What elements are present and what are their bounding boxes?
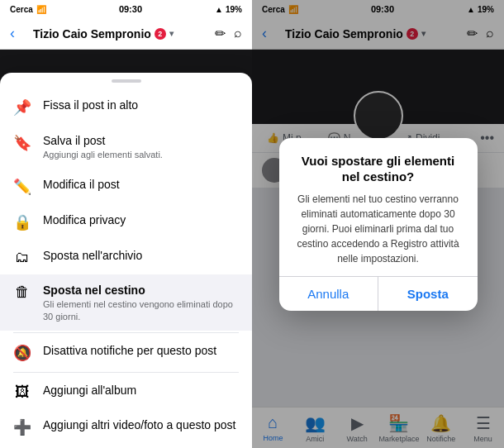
edit-post-label: Modifica il post [43,177,239,192]
privacy-icon: 🔒 [13,213,31,231]
sheet-item-notifications[interactable]: 🔕 Disattiva notifiche per questo post [0,335,252,370]
dialog-overlay: Vuoi spostare gli elementi nel cestino? … [252,0,504,448]
left-panel: Cerca 📶 09:30 ▲ 19% ‹ Tizio Caio Sempron… [0,0,252,448]
sheet-item-privacy[interactable]: 🔒 Modifica privacy [0,204,252,240]
trash-label: Sposta nel cestino [43,283,239,298]
dialog-actions: Annulla Sposta [279,276,478,311]
sheet-item-pin[interactable]: 📌 Fissa il post in alto [0,89,252,125]
notifications-label: Disattiva notifiche per questo post [43,343,239,358]
sheet-divider-2 [13,372,239,373]
pin-icon: 📌 [13,98,31,117]
battery-left: 19% [226,5,242,14]
addmedia-icon: ➕ [13,418,31,436]
sheet-handle [112,79,141,83]
search-icon-left[interactable]: ⌕ [234,26,242,41]
trash-icon: 🗑 [13,284,31,301]
carrier-left: Cerca [10,5,33,14]
signal-icon-left: ▲ [215,5,223,14]
confirm-dialog: Vuoi spostare gli elementi nel cestino? … [279,138,478,311]
right-panel: Cerca 📶 09:30 ▲ 19% ‹ Tizio Caio Sempron… [252,0,504,448]
trash-sublabel: Gli elementi nel cestino vengono elimina… [43,298,239,322]
nav-title-left: Tizio Caio Sempronio 2 ▾ [33,27,208,41]
addmedia-label: Aggiungi altri video/foto a questo post [43,417,239,432]
nav-bar-left: ‹ Tizio Caio Sempronio 2 ▾ ✏ ⌕ [0,18,252,50]
nav-icons-left: ✏ ⌕ [215,26,242,41]
edit-icon-left[interactable]: ✏ [215,26,226,41]
sheet-divider [13,332,239,333]
sheet-item-album[interactable]: 🖼 Aggiungi all'album [0,374,252,409]
dialog-title: Vuoi spostare gli elementi nel cestino? [292,153,464,185]
album-icon: 🖼 [13,384,31,401]
sheet-item-trash[interactable]: 🗑 Sposta nel cestino Gli elementi nel ce… [0,274,252,331]
privacy-label: Modifica privacy [43,212,239,227]
album-label: Aggiungi all'album [43,383,239,398]
time-left: 09:30 [119,4,142,14]
contact-name-left: Tizio Caio Sempronio [33,27,151,41]
archive-icon: 🗂 [13,249,31,266]
mute-icon: 🔕 [13,344,31,362]
status-bar-left: Cerca 📶 09:30 ▲ 19% [0,0,252,18]
save-label: Salva il post [43,133,239,148]
pin-label: Fissa il post in alto [43,98,239,112]
sheet-item-archive[interactable]: 🗂 Sposta nell'archivio [0,240,252,274]
dialog-confirm-button[interactable]: Sposta [378,277,478,311]
save-sublabel: Aggiungi agli elementi salvati. [43,149,239,160]
wifi-icon: 📶 [36,5,46,14]
dialog-cancel-button[interactable]: Annulla [279,277,378,311]
back-button-left[interactable]: ‹ [10,25,26,42]
dialog-message: Gli elementi nel tuo cestino verranno el… [292,192,464,266]
sheet-item-edit[interactable]: ✏️ Modifica il post [0,169,252,204]
edit-post-icon: ✏️ [13,178,31,196]
sheet-item-save[interactable]: 🔖 Salva il post Aggiungi agli elementi s… [0,125,252,169]
sheet-item-addmedia[interactable]: ➕ Aggiungi altri video/foto a questo pos… [0,409,252,445]
nav-chevron-left[interactable]: ▾ [169,29,174,38]
nav-badge-left: 2 [155,28,166,40]
save-icon: 🔖 [13,134,31,152]
bottom-sheet: 📌 Fissa il post in alto 🔖 Salva il post … [0,73,252,448]
archive-label: Sposta nell'archivio [43,248,239,263]
